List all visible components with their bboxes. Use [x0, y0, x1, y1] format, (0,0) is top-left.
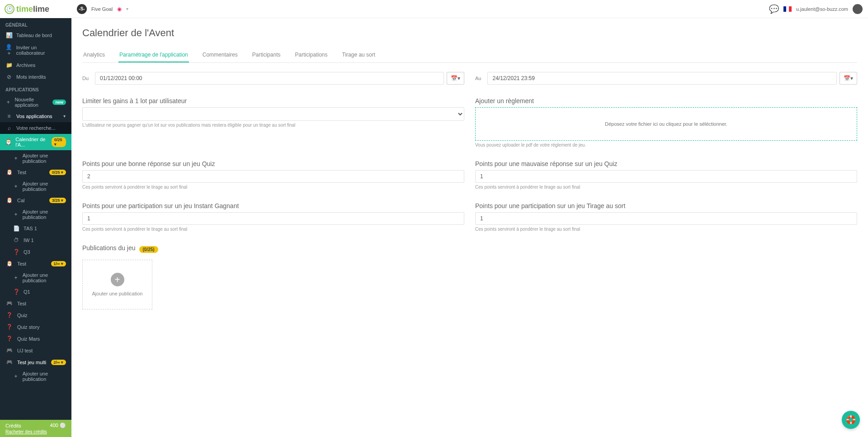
sidebar-app-item[interactable]: 🎮UJ test: [0, 345, 71, 356]
account-name[interactable]: Five Goal: [91, 6, 113, 12]
limit-title: Limiter les gains à 1 lot par utilisateu…: [82, 97, 464, 104]
sidebar-app-item[interactable]: 🎅Cal3/25 ▾: [0, 195, 71, 206]
sidebar-app-item[interactable]: 🎮Test jeu multi2/∞ ▾: [0, 356, 71, 368]
flag-fr-icon[interactable]: [783, 6, 792, 12]
points-instant-title: Points pour une participation sur un jeu…: [82, 202, 464, 209]
tabs: AnalyticsParamétrage de l'applicationCom…: [82, 48, 857, 63]
instagram-icon[interactable]: ◉: [117, 6, 122, 12]
points-tirage-input[interactable]: [475, 212, 857, 225]
item-icon: ⊘: [5, 74, 13, 80]
account-badge[interactable]: -S-: [77, 4, 87, 14]
chat-icon[interactable]: 💬: [769, 4, 779, 14]
app-icon: 🎮: [5, 347, 14, 354]
sidebar-search[interactable]: ⌕ Votre recherche...: [0, 122, 71, 134]
points-quiz-good-input[interactable]: [82, 170, 464, 183]
topbar: -S- Five Goal ◉ ▾ 💬 u.jaulent@so-buzz.co…: [71, 0, 868, 18]
sidebar-app-item[interactable]: ❓Quiz Mars: [0, 333, 71, 345]
avatar[interactable]: [853, 4, 863, 14]
app-icon: ❓: [5, 312, 14, 318]
sub-icon: ⏱: [13, 237, 20, 243]
app-icon: 🎅: [5, 139, 12, 145]
sidebar-sub-item[interactable]: +Ajouter une publication: [0, 368, 71, 385]
date-to-picker[interactable]: 📅▾: [840, 72, 857, 85]
date-from-input[interactable]: [95, 72, 444, 85]
sidebar-item[interactable]: 📁Archives: [0, 59, 71, 71]
app-icon: 🎅: [5, 169, 14, 176]
sidebar-sub-item[interactable]: ⏱IW 1: [0, 234, 71, 246]
user-email[interactable]: u.jaulent@so-buzz.com: [796, 6, 848, 12]
item-icon: 📁: [5, 62, 13, 68]
points-instant-input[interactable]: [82, 212, 464, 225]
sidebar-footer: Crédits 400 ⚪ Racheter des crédits: [0, 420, 71, 437]
limit-select[interactable]: [82, 107, 464, 121]
app-badge: 0/25 ▾: [52, 137, 66, 147]
add-publication-card[interactable]: + Ajouter une publication: [82, 260, 152, 309]
tab-tirage-au-sort[interactable]: Tirage au sort: [341, 48, 377, 62]
sub-icon: ❓: [13, 289, 20, 295]
sidebar-item[interactable]: ⊘Mots interdits: [0, 71, 71, 83]
sidebar-app-item[interactable]: ❓Quiz: [0, 309, 71, 321]
sidebar-app-item[interactable]: 🎅Test0/25 ▾: [0, 166, 71, 178]
points-tirage-title: Points pour une participation sur un jeu…: [475, 202, 857, 209]
logo[interactable]: 🕐 timelime: [0, 0, 71, 18]
plus-circle-icon: +: [111, 273, 124, 286]
tab-participations[interactable]: Participations: [294, 48, 328, 62]
date-to-label: Au: [475, 76, 481, 81]
sidebar-item[interactable]: 👤+Inviter un collaborateur: [0, 41, 71, 59]
limit-help: L'utilisateur ne pourra gagner qu'un lot…: [82, 123, 464, 128]
rules-title: Ajouter un règlement: [475, 97, 857, 104]
sidebar-sub-item[interactable]: ❓Q1: [0, 286, 71, 298]
points-quiz-bad-input[interactable]: [475, 170, 857, 183]
sidebar-sub-item[interactable]: +Ajouter une publication: [0, 178, 71, 195]
sidebar-sub-item[interactable]: +Ajouter une publication: [0, 150, 71, 166]
pubs-title: Publications du jeu: [82, 244, 136, 252]
logo-icon: 🕐: [5, 4, 14, 14]
sidebar: 🕐 timelime GÉNÉRAL 📊Tableau de bord👤+Inv…: [0, 0, 71, 437]
sidebar-sub-item[interactable]: +Ajouter une publication: [0, 206, 71, 223]
sidebar-app-item[interactable]: ❓Quiz story: [0, 321, 71, 333]
sidebar-app-item[interactable]: 🎅Test1/∞ ▾: [0, 258, 71, 270]
new-badge: new: [52, 100, 66, 105]
sub-icon: +: [13, 155, 19, 162]
section-applications: APPLICATIONS: [0, 83, 71, 94]
points-quiz-good-title: Points pour une bonne réponse sur un jeu…: [82, 160, 464, 167]
app-icon: ❓: [5, 336, 14, 342]
plus-icon: +: [5, 99, 11, 105]
help-fab[interactable]: 🛟: [842, 411, 860, 429]
item-icon: 📊: [5, 32, 13, 38]
main-content: Calendrier de l'Avent AnalyticsParamétra…: [71, 18, 868, 437]
dropdown-icon[interactable]: ▾: [126, 6, 128, 11]
sub-icon: +: [13, 373, 19, 380]
menu-icon: ≡: [5, 113, 13, 119]
date-to-input[interactable]: [487, 72, 837, 85]
search-icon: ⌕: [5, 125, 13, 131]
sidebar-scroll: GÉNÉRAL 📊Tableau de bord👤+Inviter un col…: [0, 18, 71, 420]
credits-value: 400 ⚪: [50, 423, 66, 428]
sub-icon: 📄: [13, 225, 20, 232]
app-icon: 🎅: [5, 261, 14, 267]
sidebar-sub-item[interactable]: ❓Q3: [0, 246, 71, 258]
tab-participants[interactable]: Participants: [251, 48, 282, 62]
tab-commentaires[interactable]: Commentaires: [202, 48, 239, 62]
date-from-label: Du: [82, 76, 89, 81]
rules-dropzone[interactable]: Déposez votre fichier ici ou cliquez pou…: [475, 107, 857, 141]
page-title: Calendrier de l'Avent: [82, 27, 857, 39]
sidebar-sub-item[interactable]: +Ajouter une publication: [0, 270, 71, 286]
tab-param-trage-de-l-application[interactable]: Paramétrage de l'application: [118, 48, 189, 62]
sidebar-app-item[interactable]: 🎅Calendrier de l'A...0/25 ▾: [0, 134, 71, 150]
tab-analytics[interactable]: Analytics: [82, 48, 106, 62]
sub-icon: +: [13, 183, 19, 190]
sidebar-sub-item[interactable]: 📄TAS 1: [0, 223, 71, 234]
sidebar-item-new-app[interactable]: + Nouvelle application new: [0, 94, 71, 110]
buy-credits-link[interactable]: Racheter des crédits: [5, 429, 66, 434]
sidebar-app-item[interactable]: 🎮Test: [0, 298, 71, 309]
app-icon: 🎮: [5, 300, 14, 307]
app-badge: 0/25 ▾: [49, 170, 66, 175]
sidebar-item-your-apps[interactable]: ≡ Vos applications: [0, 110, 71, 122]
sub-icon: +: [13, 275, 19, 281]
sidebar-item[interactable]: 📊Tableau de bord: [0, 29, 71, 41]
points-quiz-bad-title: Points pour une mauvaise réponse sur un …: [475, 160, 857, 167]
section-general: GÉNÉRAL: [0, 18, 71, 29]
app-badge: 1/∞ ▾: [51, 261, 66, 266]
date-from-picker[interactable]: 📅▾: [447, 72, 464, 85]
